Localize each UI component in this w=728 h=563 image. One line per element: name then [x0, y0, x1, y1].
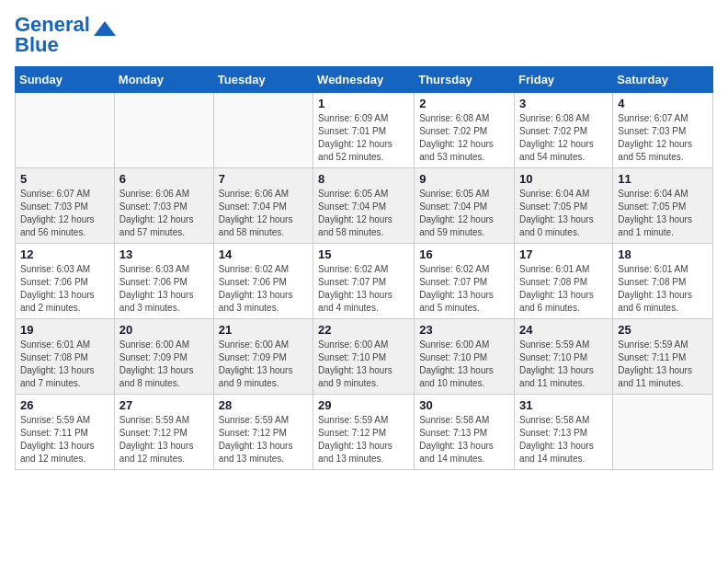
day-number: 16	[419, 247, 509, 261]
calendar-day-cell: 2Sunrise: 6:08 AM Sunset: 7:02 PM Daylig…	[415, 93, 515, 168]
day-info: Sunrise: 5:59 AM Sunset: 7:10 PM Dayligh…	[519, 339, 608, 390]
calendar-day-cell: 27Sunrise: 5:59 AM Sunset: 7:12 PM Dayli…	[114, 395, 213, 470]
day-info: Sunrise: 6:04 AM Sunset: 7:05 PM Dayligh…	[519, 188, 608, 239]
calendar-header-row: SundayMondayTuesdayWednesdayThursdayFrid…	[16, 67, 713, 93]
calendar-day-cell	[16, 93, 115, 168]
calendar-day-cell	[114, 93, 213, 168]
day-number: 2	[419, 97, 509, 110]
day-info: Sunrise: 6:07 AM Sunset: 7:03 PM Dayligh…	[20, 188, 109, 239]
day-number: 10	[519, 172, 608, 186]
day-number: 24	[519, 323, 608, 337]
day-info: Sunrise: 6:00 AM Sunset: 7:10 PM Dayligh…	[419, 339, 509, 390]
day-info: Sunrise: 6:07 AM Sunset: 7:03 PM Dayligh…	[618, 112, 708, 164]
calendar-day-cell: 20Sunrise: 6:00 AM Sunset: 7:09 PM Dayli…	[114, 319, 213, 395]
day-number: 19	[20, 323, 109, 337]
calendar-day-cell: 15Sunrise: 6:02 AM Sunset: 7:07 PM Dayli…	[313, 244, 415, 319]
calendar-day-cell: 28Sunrise: 5:59 AM Sunset: 7:12 PM Dayli…	[213, 395, 313, 470]
day-info: Sunrise: 6:00 AM Sunset: 7:09 PM Dayligh…	[119, 339, 209, 390]
day-info: Sunrise: 6:08 AM Sunset: 7:02 PM Dayligh…	[419, 112, 509, 164]
weekday-header: Sunday	[16, 67, 115, 93]
logo-text: General Blue	[15, 15, 90, 55]
day-number: 20	[119, 323, 209, 337]
calendar-day-cell: 14Sunrise: 6:02 AM Sunset: 7:06 PM Dayli…	[213, 244, 313, 319]
calendar-day-cell: 17Sunrise: 6:01 AM Sunset: 7:08 PM Dayli…	[515, 244, 613, 319]
day-info: Sunrise: 6:01 AM Sunset: 7:08 PM Dayligh…	[20, 339, 109, 390]
day-number: 1	[318, 97, 409, 110]
weekday-header: Friday	[515, 67, 613, 93]
weekday-header: Saturday	[613, 67, 713, 93]
calendar-day-cell: 10Sunrise: 6:04 AM Sunset: 7:05 PM Dayli…	[515, 168, 613, 244]
calendar-day-cell: 6Sunrise: 6:06 AM Sunset: 7:03 PM Daylig…	[114, 168, 213, 244]
calendar-day-cell: 25Sunrise: 5:59 AM Sunset: 7:11 PM Dayli…	[613, 319, 713, 395]
calendar-day-cell: 4Sunrise: 6:07 AM Sunset: 7:03 PM Daylig…	[613, 93, 713, 168]
calendar-day-cell: 22Sunrise: 6:00 AM Sunset: 7:10 PM Dayli…	[313, 319, 415, 395]
day-info: Sunrise: 6:06 AM Sunset: 7:03 PM Dayligh…	[119, 188, 209, 239]
calendar-week-row: 19Sunrise: 6:01 AM Sunset: 7:08 PM Dayli…	[16, 319, 713, 395]
day-number: 23	[419, 323, 509, 337]
day-number: 26	[20, 398, 109, 412]
day-info: Sunrise: 5:59 AM Sunset: 7:11 PM Dayligh…	[20, 414, 109, 465]
calendar-day-cell: 19Sunrise: 6:01 AM Sunset: 7:08 PM Dayli…	[16, 319, 115, 395]
day-number: 17	[519, 247, 608, 261]
calendar-day-cell: 3Sunrise: 6:08 AM Sunset: 7:02 PM Daylig…	[515, 93, 613, 168]
day-info: Sunrise: 5:59 AM Sunset: 7:11 PM Dayligh…	[618, 339, 708, 390]
weekday-header: Wednesday	[313, 67, 415, 93]
day-number: 11	[618, 172, 708, 186]
day-info: Sunrise: 6:01 AM Sunset: 7:08 PM Dayligh…	[618, 263, 708, 315]
day-number: 21	[219, 323, 308, 337]
day-number: 14	[219, 247, 308, 261]
calendar-day-cell: 29Sunrise: 5:59 AM Sunset: 7:12 PM Dayli…	[313, 395, 415, 470]
calendar-table: SundayMondayTuesdayWednesdayThursdayFrid…	[15, 66, 713, 470]
day-info: Sunrise: 6:02 AM Sunset: 7:07 PM Dayligh…	[419, 263, 509, 315]
calendar-day-cell: 23Sunrise: 6:00 AM Sunset: 7:10 PM Dayli…	[415, 319, 515, 395]
weekday-header: Tuesday	[213, 67, 313, 93]
logo-icon	[92, 17, 118, 43]
day-info: Sunrise: 6:02 AM Sunset: 7:07 PM Dayligh…	[318, 263, 409, 315]
day-info: Sunrise: 5:59 AM Sunset: 7:12 PM Dayligh…	[119, 414, 209, 465]
day-info: Sunrise: 5:59 AM Sunset: 7:12 PM Dayligh…	[318, 414, 409, 465]
calendar-day-cell: 30Sunrise: 5:58 AM Sunset: 7:13 PM Dayli…	[415, 395, 515, 470]
day-info: Sunrise: 6:08 AM Sunset: 7:02 PM Dayligh…	[519, 112, 608, 164]
calendar-week-row: 12Sunrise: 6:03 AM Sunset: 7:06 PM Dayli…	[16, 244, 713, 319]
calendar-day-cell: 13Sunrise: 6:03 AM Sunset: 7:06 PM Dayli…	[114, 244, 213, 319]
calendar-day-cell: 12Sunrise: 6:03 AM Sunset: 7:06 PM Dayli…	[16, 244, 115, 319]
day-info: Sunrise: 6:05 AM Sunset: 7:04 PM Dayligh…	[419, 188, 509, 239]
weekday-header: Thursday	[415, 67, 515, 93]
calendar-day-cell: 16Sunrise: 6:02 AM Sunset: 7:07 PM Dayli…	[415, 244, 515, 319]
calendar-day-cell: 18Sunrise: 6:01 AM Sunset: 7:08 PM Dayli…	[613, 244, 713, 319]
calendar-day-cell: 31Sunrise: 5:58 AM Sunset: 7:13 PM Dayli…	[515, 395, 613, 470]
svg-marker-0	[94, 21, 116, 36]
day-info: Sunrise: 6:03 AM Sunset: 7:06 PM Dayligh…	[119, 263, 209, 315]
day-info: Sunrise: 5:59 AM Sunset: 7:12 PM Dayligh…	[219, 414, 308, 465]
day-number: 13	[119, 247, 209, 261]
day-info: Sunrise: 5:58 AM Sunset: 7:13 PM Dayligh…	[419, 414, 509, 465]
calendar-day-cell	[613, 395, 713, 470]
day-number: 7	[219, 172, 308, 186]
day-info: Sunrise: 5:58 AM Sunset: 7:13 PM Dayligh…	[519, 414, 608, 465]
day-number: 29	[318, 398, 409, 412]
calendar-day-cell: 7Sunrise: 6:06 AM Sunset: 7:04 PM Daylig…	[213, 168, 313, 244]
calendar-day-cell: 11Sunrise: 6:04 AM Sunset: 7:05 PM Dayli…	[613, 168, 713, 244]
weekday-header: Monday	[114, 67, 213, 93]
day-info: Sunrise: 6:06 AM Sunset: 7:04 PM Dayligh…	[219, 188, 308, 239]
day-number: 18	[618, 247, 708, 261]
day-number: 22	[318, 323, 409, 337]
day-number: 8	[318, 172, 409, 186]
day-info: Sunrise: 6:01 AM Sunset: 7:08 PM Dayligh…	[519, 263, 608, 315]
day-number: 27	[119, 398, 209, 412]
day-info: Sunrise: 6:03 AM Sunset: 7:06 PM Dayligh…	[20, 263, 109, 315]
logo: General Blue	[15, 15, 118, 55]
day-info: Sunrise: 6:00 AM Sunset: 7:09 PM Dayligh…	[219, 339, 308, 390]
day-number: 3	[519, 97, 608, 110]
calendar-week-row: 1Sunrise: 6:09 AM Sunset: 7:01 PM Daylig…	[16, 93, 713, 168]
day-number: 12	[20, 247, 109, 261]
page-header: General Blue	[15, 15, 713, 55]
calendar-week-row: 5Sunrise: 6:07 AM Sunset: 7:03 PM Daylig…	[16, 168, 713, 244]
day-number: 31	[519, 398, 608, 412]
calendar-day-cell: 9Sunrise: 6:05 AM Sunset: 7:04 PM Daylig…	[415, 168, 515, 244]
calendar-day-cell: 26Sunrise: 5:59 AM Sunset: 7:11 PM Dayli…	[16, 395, 115, 470]
day-number: 30	[419, 398, 509, 412]
day-number: 9	[419, 172, 509, 186]
calendar-day-cell: 21Sunrise: 6:00 AM Sunset: 7:09 PM Dayli…	[213, 319, 313, 395]
day-number: 25	[618, 323, 708, 337]
